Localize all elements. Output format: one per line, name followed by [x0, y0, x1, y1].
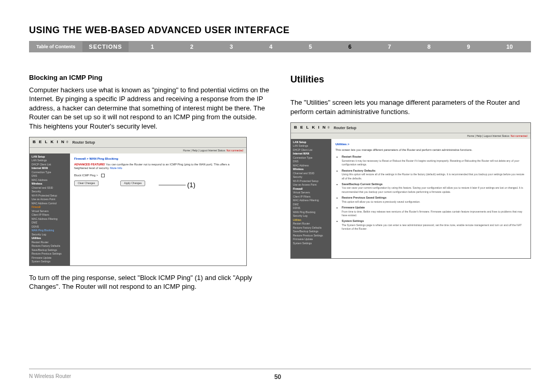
dot-icon: ® [66, 141, 68, 144]
sb-item[interactable]: MAC Address [32, 178, 68, 183]
sb-item[interactable]: Use as Access Point [293, 183, 329, 187]
annotation-line [159, 182, 188, 188]
nav-bar: Table of Contents SECTIONS 1 2 3 4 5 6 7… [29, 41, 531, 52]
nav-num-1[interactable]: 1 [149, 44, 156, 50]
sb-item[interactable]: Use as Access Point [32, 198, 68, 202]
sb-item[interactable]: DNS [293, 160, 329, 164]
sb-item[interactable]: Restore Previous Settings [32, 252, 68, 256]
util-item-restore-prev: Restore Previous Saved SettingsThis opti… [342, 196, 526, 204]
util-item-restart: Restart RouterSometimes it may be necess… [342, 155, 526, 166]
sb-firewall: Firewall [293, 187, 329, 191]
shot2-main: Utilities > This screen lets you manage … [331, 139, 530, 258]
nav-num-5[interactable]: 5 [307, 44, 314, 50]
right-para-1: The "Utilities" screen lets you manage d… [290, 98, 531, 116]
footer: N Wireless Router 50 [29, 373, 531, 381]
sb-item[interactable]: Restart Router [293, 222, 329, 226]
sb-item[interactable]: DHCP Client List [32, 163, 68, 167]
shot2-status: Not connected [511, 134, 527, 137]
shot2-header: B E L K I N ® Router Setup [291, 123, 530, 133]
sb-item[interactable]: Restore Previous Settings [293, 234, 329, 238]
sb-item[interactable]: Security Log [32, 233, 68, 237]
sb-item[interactable]: DDNS [32, 225, 68, 229]
nav-num-2[interactable]: 2 [188, 44, 195, 50]
block-icmp-checkbox[interactable] [101, 174, 105, 177]
sb-item[interactable]: Security Log [293, 214, 329, 218]
shot2-sidebar: LAN Setup LAN Settings DHCP Client List … [291, 139, 331, 258]
nav-num-8[interactable]: 8 [425, 44, 432, 50]
sb-item[interactable]: System Settings [32, 260, 68, 264]
shot1-sidebar: LAN Setup LAN Settings DHCP Client List … [30, 153, 70, 265]
annotation-1: (1) [187, 180, 195, 190]
left-para-2: To turn off the ping response, select "B… [29, 273, 270, 291]
sb-item[interactable]: MAC Address [293, 164, 329, 168]
right-column: Utilities The "Utilities" screen lets yo… [290, 73, 531, 298]
sb-wan-ping[interactable]: WAN Ping Blocking [32, 229, 68, 233]
sb-item[interactable]: MAC Address Filtering [32, 217, 68, 221]
footer-product: N Wireless Router [29, 373, 71, 381]
left-para-1: Computer hackers use what is known as "p… [29, 86, 270, 131]
shot1-topbar: Home | Help | Logout Internet Status: No… [30, 148, 246, 153]
sb-item[interactable]: LAN Settings [32, 159, 68, 163]
shot1-body: LAN Setup LAN Settings DHCP Client List … [30, 153, 246, 265]
nav-numbers: 1 2 3 4 5 6 7 8 9 10 [133, 44, 531, 50]
sb-item[interactable]: Restore Factory Defaults [293, 226, 329, 230]
sb-utilities: Utilities [32, 236, 68, 241]
sb-item[interactable]: Restart Router [32, 241, 68, 245]
sb-item[interactable]: MAC Address Control [32, 202, 68, 206]
belkin-logo: B E L K I N [33, 139, 65, 145]
screenshot-ping-blocking: B E L K I N ® Router Setup Home | Help |… [29, 137, 247, 266]
sb-item[interactable]: System Settings [293, 242, 329, 246]
sb-item[interactable]: Firmware Update [293, 237, 329, 242]
sb-item[interactable]: Wi-Fi Protected Setup [293, 179, 329, 184]
sb-item[interactable]: DMZ [293, 203, 329, 207]
sb-item[interactable]: Firmware Update [32, 256, 68, 260]
shot1-main: Firewall > WAN Ping Blocking ADVANCED FE… [70, 153, 246, 265]
shot2-toplinks[interactable]: Home | Help | Logout Internet Status: [467, 134, 510, 137]
sb-item[interactable]: Channel and SSID [293, 172, 329, 176]
sb-wireless: Wireless [293, 167, 329, 172]
sb-item[interactable]: DHCP Client List [293, 148, 329, 152]
sb-item[interactable]: DMZ [32, 221, 68, 225]
sb-item[interactable]: Wi-Fi Protected Setup [32, 194, 68, 198]
nav-num-4[interactable]: 4 [267, 44, 274, 50]
sb-item[interactable]: Restore Factory Defaults [32, 244, 68, 248]
sb-item[interactable]: WAN Ping Blocking [293, 211, 329, 215]
dot-icon: ® [328, 126, 330, 130]
nav-num-10[interactable]: 10 [505, 44, 515, 50]
footer-rule [29, 369, 531, 369]
nav-num-7[interactable]: 7 [386, 44, 393, 50]
util-item-restore-defaults: Restore Factory DefaultsUsing this optio… [342, 169, 526, 180]
sb-item[interactable]: Virtual Servers [293, 191, 329, 195]
nav-num-6[interactable]: 6 [346, 44, 354, 50]
sb-item[interactable]: DNS [32, 174, 68, 178]
clear-changes-button[interactable]: Clear Changes [74, 180, 99, 186]
nav-num-3[interactable]: 3 [228, 44, 235, 50]
sb-item[interactable]: Client IP Filters [32, 213, 68, 217]
nav-num-9[interactable]: 9 [465, 44, 472, 50]
sb-item[interactable]: Client IP Filters [293, 195, 329, 199]
more-info-link[interactable]: More Info [110, 166, 122, 170]
sb-item[interactable]: LAN Settings [293, 144, 329, 148]
shot2-breadcrumb: Utilities > [335, 142, 526, 146]
sb-item[interactable]: Save/Backup Settings [293, 230, 329, 234]
content: Blocking an ICMP Ping Computer hackers u… [0, 52, 560, 298]
router-setup-label: Router Setup [72, 140, 95, 145]
page-number: 50 [274, 373, 281, 381]
sb-item[interactable]: Save/Backup Settings [32, 248, 68, 253]
sb-item[interactable]: Connection Type [32, 171, 68, 175]
apply-changes-button[interactable]: Apply Changes [120, 180, 145, 186]
sb-item[interactable]: Connection Type [293, 156, 329, 160]
shot1-toplinks[interactable]: Home | Help | Logout Internet Status: [183, 149, 226, 152]
sb-item[interactable]: Virtual Servers [32, 209, 68, 214]
sb-wireless: Wireless [32, 182, 68, 186]
shot1-advanced-feature: ADVANCED FEATURE! You can configure the … [74, 163, 242, 171]
sb-item[interactable]: DDNS [293, 206, 329, 211]
shot2-body: LAN Setup LAN Settings DHCP Client List … [291, 139, 530, 258]
nav-toc[interactable]: Table of Contents [29, 44, 82, 49]
sb-item[interactable]: Channel and SSID [32, 186, 68, 190]
block-icmp-label: Block ICMP Ping > [74, 174, 98, 177]
left-column: Blocking an ICMP Ping Computer hackers u… [29, 73, 270, 298]
sb-item[interactable]: MAC Address Filtering [293, 199, 329, 203]
sb-item[interactable]: Security [293, 175, 329, 179]
sb-item[interactable]: Security [32, 190, 68, 194]
